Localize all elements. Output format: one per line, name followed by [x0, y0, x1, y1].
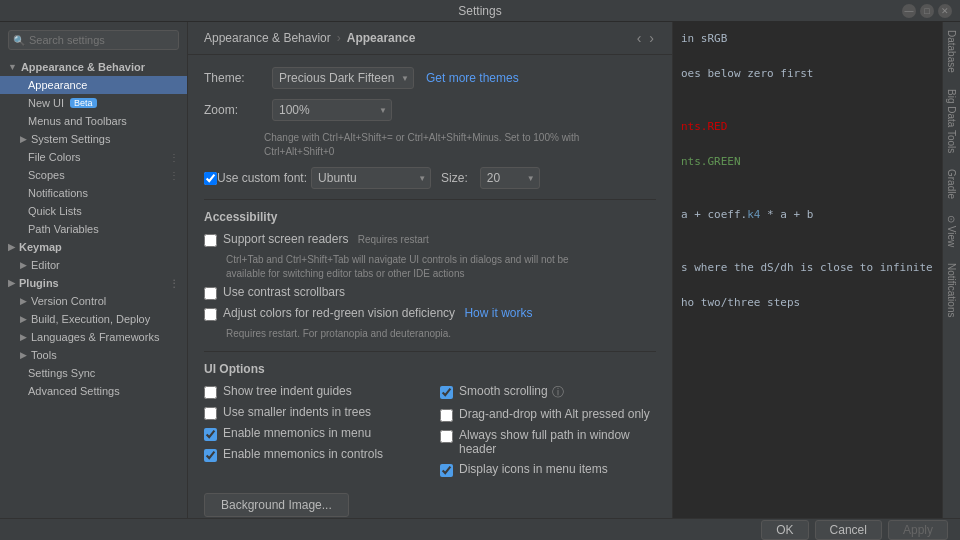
- font-row: Use custom font: Ubuntu Size: 20: [204, 167, 656, 189]
- tree-indent-label: Show tree indent guides: [223, 384, 352, 398]
- info-icon[interactable]: ⓘ: [552, 384, 564, 401]
- chevron-down-icon: ▼: [8, 62, 17, 72]
- nav-section-editor[interactable]: ▶ Editor: [0, 256, 187, 274]
- accessibility-section-title: Accessibility: [204, 210, 656, 224]
- ok-button[interactable]: OK: [761, 520, 808, 540]
- contrast-scrollbar-row: Use contrast scrollbars: [204, 285, 656, 300]
- nav-item-settings-sync[interactable]: Settings Sync: [0, 364, 187, 382]
- theme-select-wrapper[interactable]: Precious Dark Fifteen: [272, 67, 414, 89]
- tool-gradle[interactable]: Gradle: [944, 161, 959, 207]
- settings-content: Appearance & Behavior › Appearance ‹ › T…: [188, 22, 672, 518]
- nav-item-path-variables[interactable]: Path Variables: [0, 220, 187, 238]
- nav-section-appearance-behavior[interactable]: ▼ Appearance & Behavior: [0, 58, 187, 76]
- nav-section-version-control[interactable]: ▶ Version Control: [0, 292, 187, 310]
- tool-big-data[interactable]: Big Data Tools: [944, 81, 959, 161]
- colorblind-checkbox[interactable]: [204, 308, 217, 321]
- nav-item-appearance[interactable]: Appearance: [0, 76, 187, 94]
- full-path-label: Always show full path in window header: [459, 428, 656, 456]
- nav-section-label: Build, Execution, Deploy: [31, 313, 150, 325]
- breadcrumb-current: Appearance: [347, 31, 416, 45]
- settings-nav: 🔍 ▼ Appearance & Behavior Appearance New…: [0, 22, 188, 518]
- nav-section-languages[interactable]: ▶ Languages & Frameworks: [0, 328, 187, 346]
- beta-badge: Beta: [70, 98, 97, 108]
- display-icons-checkbox[interactable]: [440, 464, 453, 477]
- nav-item-system-settings[interactable]: ▶ System Settings: [0, 130, 187, 148]
- contrast-scrollbar-label: Use contrast scrollbars: [223, 285, 345, 299]
- chevron-right-icon: ▶: [20, 296, 27, 306]
- nav-arrows: ‹ ›: [635, 30, 656, 46]
- chevron-right-icon: ▶: [8, 242, 15, 252]
- zoom-select-wrapper[interactable]: 100%: [272, 99, 392, 121]
- smooth-scrolling-label: Smooth scrolling: [459, 384, 548, 398]
- drag-drop-alt-label: Drag-and-drop with Alt pressed only: [459, 407, 650, 421]
- smooth-scrolling-checkbox[interactable]: [440, 386, 453, 399]
- code-line: a + coeff.k4 * a + b: [681, 206, 934, 224]
- theme-select[interactable]: Precious Dark Fifteen: [272, 67, 414, 89]
- mnemonics-controls-checkbox[interactable]: [204, 449, 217, 462]
- title-bar: Settings — □ ✕: [0, 0, 960, 22]
- screen-reader-checkbox[interactable]: [204, 234, 217, 247]
- nav-item-new-ui[interactable]: New UI Beta: [0, 94, 187, 112]
- chevron-right-icon: ▶: [20, 134, 27, 144]
- nav-item-scopes[interactable]: Scopes ⋮: [0, 166, 187, 184]
- screen-reader-sublabel: Requires restart: [358, 234, 429, 245]
- font-size-select[interactable]: 20: [480, 167, 540, 189]
- title-bar-controls[interactable]: — □ ✕: [902, 4, 952, 18]
- contrast-scrollbar-checkbox[interactable]: [204, 287, 217, 300]
- font-select[interactable]: Ubuntu: [311, 167, 431, 189]
- nav-section-tools[interactable]: ▶ Tools: [0, 346, 187, 364]
- zoom-select[interactable]: 100%: [272, 99, 392, 121]
- nav-item-advanced-settings[interactable]: Advanced Settings: [0, 382, 187, 400]
- full-path-checkbox[interactable]: [440, 430, 453, 443]
- ui-options-right: Smooth scrolling ⓘ Drag-and-drop with Al…: [440, 384, 656, 483]
- font-size-select-wrapper[interactable]: 20: [480, 167, 540, 189]
- nav-item-file-colors[interactable]: File Colors ⋮: [0, 148, 187, 166]
- code-line: s where the dS/dh is close to infinite: [681, 259, 934, 277]
- background-image-button[interactable]: Background Image...: [204, 493, 349, 517]
- code-content: in sRGB oes below zero first nts.RED nts…: [673, 22, 942, 320]
- ui-options-grid: Show tree indent guides Use smaller inde…: [204, 384, 656, 483]
- nav-section-label: Tools: [31, 349, 57, 361]
- nav-section-label: Editor: [31, 259, 60, 271]
- nav-section-build[interactable]: ▶ Build, Execution, Deploy: [0, 310, 187, 328]
- chevron-right-icon: ▶: [8, 278, 15, 288]
- mnemonics-controls-row: Enable mnemonics in controls: [204, 447, 420, 462]
- screen-reader-label: Support screen readers: [223, 232, 348, 246]
- tool-notifications[interactable]: Notifications: [944, 255, 959, 325]
- cancel-button[interactable]: Cancel: [815, 520, 882, 540]
- nav-item-quick-lists[interactable]: Quick Lists: [0, 202, 187, 220]
- zoom-hint: Change with Ctrl+Alt+Shift+= or Ctrl+Alt…: [264, 131, 656, 159]
- minimize-button[interactable]: —: [902, 4, 916, 18]
- nav-forward-button[interactable]: ›: [647, 30, 656, 46]
- smaller-indents-checkbox[interactable]: [204, 407, 217, 420]
- mnemonics-menu-checkbox[interactable]: [204, 428, 217, 441]
- maximize-button[interactable]: □: [920, 4, 934, 18]
- close-button[interactable]: ✕: [938, 4, 952, 18]
- nav-item-notifications[interactable]: Notifications: [0, 184, 187, 202]
- nav-section-plugins[interactable]: ▶ Plugins ⋮: [0, 274, 187, 292]
- search-box[interactable]: 🔍: [8, 30, 179, 50]
- nav-back-button[interactable]: ‹: [635, 30, 644, 46]
- custom-font-checkbox[interactable]: [204, 172, 217, 185]
- tree-indent-checkbox[interactable]: [204, 386, 217, 399]
- main-container: 🔍 ▼ Appearance & Behavior Appearance New…: [0, 22, 960, 518]
- get-more-themes-link[interactable]: Get more themes: [426, 71, 519, 85]
- full-path-row: Always show full path in window header: [440, 428, 656, 456]
- right-tools: Database Big Data Tools Gradle ⊙ View No…: [942, 22, 960, 518]
- nav-item-label: File Colors: [28, 151, 81, 163]
- nav-item-menus-toolbars[interactable]: Menus and Toolbars: [0, 112, 187, 130]
- apply-button[interactable]: Apply: [888, 520, 948, 540]
- nav-section-keymap[interactable]: ▶ Keymap: [0, 238, 187, 256]
- nav-section-label: Version Control: [31, 295, 106, 307]
- display-icons-label: Display icons in menu items: [459, 462, 608, 476]
- tool-review[interactable]: ⊙ View: [944, 207, 959, 255]
- search-input[interactable]: [8, 30, 179, 50]
- chevron-right-icon: ▶: [20, 332, 27, 342]
- code-line: ho two/three steps: [681, 294, 934, 312]
- drag-drop-alt-checkbox[interactable]: [440, 409, 453, 422]
- nav-section-label: Keymap: [19, 241, 62, 253]
- ui-options-left: Show tree indent guides Use smaller inde…: [204, 384, 420, 483]
- tool-database[interactable]: Database: [944, 22, 959, 81]
- font-select-wrapper[interactable]: Ubuntu: [311, 167, 431, 189]
- how-it-works-link[interactable]: How it works: [464, 306, 532, 320]
